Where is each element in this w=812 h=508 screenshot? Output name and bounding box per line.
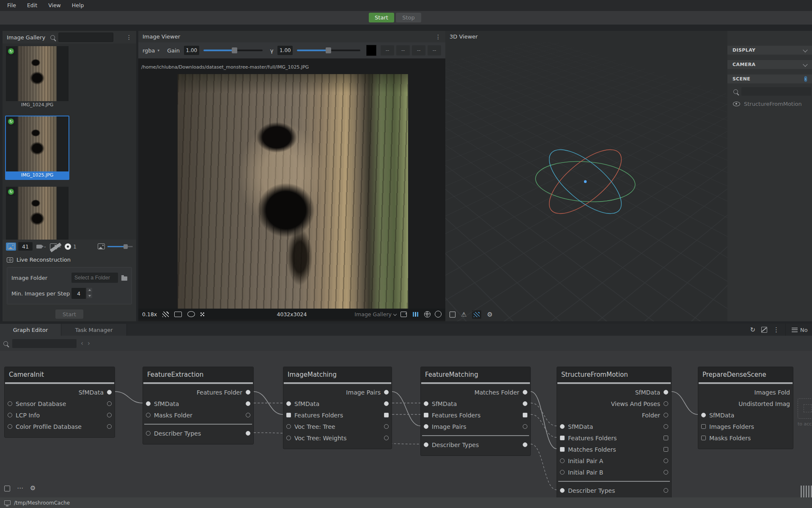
- attribute-pin[interactable]: [246, 413, 250, 417]
- grid-off-icon[interactable]: [761, 327, 767, 333]
- attribute-pin[interactable]: [560, 458, 565, 463]
- scene-search-input[interactable]: [741, 87, 811, 96]
- attribute-pin[interactable]: [664, 470, 668, 475]
- spin-down-icon[interactable]: [87, 293, 92, 298]
- scene-item[interactable]: StructureFromMotion: [727, 96, 812, 107]
- prev-icon[interactable]: ‹: [81, 340, 83, 347]
- accordion-camera[interactable]: CAMERA: [727, 60, 812, 69]
- gamma-slider[interactable]: [297, 50, 360, 51]
- settings-icon[interactable]: ⚙: [30, 485, 36, 491]
- globe-icon[interactable]: [424, 311, 431, 318]
- gallery-stat[interactable]: 1: [65, 243, 77, 250]
- attribute-pin[interactable]: [664, 401, 668, 406]
- attribute-pin[interactable]: [107, 401, 112, 406]
- gain-slider[interactable]: [203, 50, 263, 51]
- attribute-pin[interactable]: [664, 458, 668, 463]
- gallery-search-input[interactable]: [58, 33, 113, 42]
- folder-icon[interactable]: [121, 276, 127, 281]
- square-icon[interactable]: [450, 312, 455, 318]
- attribute-pin[interactable]: [560, 488, 565, 493]
- gear-icon[interactable]: ⚙: [487, 312, 492, 318]
- gain-value[interactable]: 1.00: [184, 46, 199, 55]
- ellipse-icon[interactable]: [187, 311, 195, 317]
- attribute-pin[interactable]: [384, 390, 389, 395]
- spin-up-icon[interactable]: [87, 288, 92, 293]
- attribute-pin[interactable]: [560, 436, 565, 440]
- attribute-pin[interactable]: [424, 413, 428, 417]
- attribute-pin[interactable]: [664, 390, 668, 395]
- attribute-pin[interactable]: [107, 390, 112, 395]
- attribute-pin[interactable]: [664, 436, 668, 440]
- attribute-pin[interactable]: [384, 413, 389, 417]
- gamma-value[interactable]: 1.00: [277, 46, 293, 55]
- node-structurefrommotion[interactable]: StructureFromMotionSfMDataViews And Pose…: [557, 367, 672, 497]
- gallery-stat[interactable]: 41: [6, 242, 33, 251]
- attribute-pin[interactable]: [8, 401, 12, 406]
- tab-task-manager[interactable]: Task Manager: [61, 324, 127, 336]
- attribute-pin[interactable]: [107, 424, 112, 429]
- node-imagematching[interactable]: ImageMatchingImage PairsSfMDataFeatures …: [283, 367, 392, 449]
- attribute-pin[interactable]: [246, 390, 250, 395]
- attribute-pin[interactable]: [664, 447, 668, 452]
- attribute-pin[interactable]: [523, 413, 527, 417]
- live-start-button[interactable]: Start: [55, 309, 83, 319]
- gallery-thumbnail[interactable]: IMG_1025.JPG: [5, 116, 69, 180]
- accordion-display[interactable]: DISPLAY: [727, 46, 812, 55]
- start-button[interactable]: Start: [369, 13, 394, 22]
- eye-icon[interactable]: [733, 102, 740, 106]
- attribute-pin[interactable]: [664, 488, 668, 493]
- attribute-pin[interactable]: [664, 413, 668, 417]
- attribute-pin[interactable]: [246, 401, 250, 406]
- output-icon[interactable]: [401, 312, 407, 317]
- attribute-pin[interactable]: [146, 401, 151, 406]
- histogram-icon[interactable]: [411, 310, 420, 318]
- attribute-pin[interactable]: [286, 424, 291, 429]
- attribute-pin[interactable]: [560, 424, 565, 429]
- next-icon[interactable]: ›: [88, 340, 90, 347]
- min-images-value[interactable]: [71, 288, 86, 299]
- attribute-pin[interactable]: [701, 413, 706, 417]
- gallery-thumbnail[interactable]: IMG_1026.JPG: [5, 186, 69, 240]
- attribute-pin[interactable]: [286, 401, 291, 406]
- attribute-pin[interactable]: [8, 413, 12, 417]
- wireframe-icon[interactable]: [472, 310, 481, 319]
- attribute-pin[interactable]: [146, 413, 151, 417]
- menu-item-edit[interactable]: Edit: [22, 0, 43, 11]
- refresh-icon[interactable]: ↻: [750, 327, 755, 333]
- attribute-pin[interactable]: [664, 424, 668, 429]
- 3d-viewport[interactable]: ⚠⚙: [445, 42, 727, 321]
- crop-rect-icon[interactable]: [174, 312, 182, 317]
- attribute-pin[interactable]: [286, 413, 291, 417]
- attribute-pin[interactable]: [146, 431, 151, 436]
- more-icon[interactable]: ⋯: [17, 485, 23, 491]
- attribute-pin[interactable]: [424, 424, 428, 429]
- kebab-icon[interactable]: ⋮: [773, 327, 779, 333]
- attribute-pin[interactable]: [701, 424, 706, 429]
- info-icon[interactable]: i: [804, 76, 807, 82]
- attribute-pin[interactable]: [560, 470, 565, 475]
- node-camerainit[interactable]: CameraInitSfMDataSensor DatabaseLCP Info…: [4, 367, 115, 438]
- attribute-pin[interactable]: [246, 431, 250, 436]
- attribute-pin[interactable]: [523, 390, 527, 395]
- attribute-pin[interactable]: [384, 424, 389, 429]
- image-folder-input[interactable]: [71, 273, 118, 283]
- attribute-pin[interactable]: [560, 447, 565, 452]
- gallery-stat[interactable]: -: [36, 243, 46, 250]
- menu-item-help[interactable]: Help: [66, 0, 90, 11]
- thumbnail-size-slider[interactable]: [107, 246, 133, 247]
- hatch-icon[interactable]: [162, 312, 169, 317]
- thumbnail-size-control[interactable]: [98, 243, 133, 249]
- menu-item-view[interactable]: View: [43, 0, 66, 11]
- gallery-thumbnail[interactable]: IMG_1024.JPG: [5, 45, 69, 110]
- kebab-menu-icon[interactable]: ⋮: [435, 33, 441, 40]
- stop-button[interactable]: Stop: [396, 13, 421, 22]
- node-preparedensescene[interactable]: PrepareDenseSceneImages FoldUndistorted …: [698, 367, 793, 449]
- gallery-stat[interactable]: -: [50, 243, 61, 250]
- attribute-pin[interactable]: [523, 442, 527, 447]
- attribute-pin[interactable]: [384, 436, 389, 440]
- graph-canvas[interactable]: CameraInitSfMDataSensor DatabaseLCP Info…: [0, 351, 812, 497]
- image-viewer-content[interactable]: /home/ichlubna/Downloads/dataset_monstre…: [138, 58, 445, 321]
- info-icon[interactable]: [435, 311, 442, 318]
- attribute-pin[interactable]: [8, 424, 12, 429]
- channel-dropdown[interactable]: rgba ▾: [143, 47, 159, 54]
